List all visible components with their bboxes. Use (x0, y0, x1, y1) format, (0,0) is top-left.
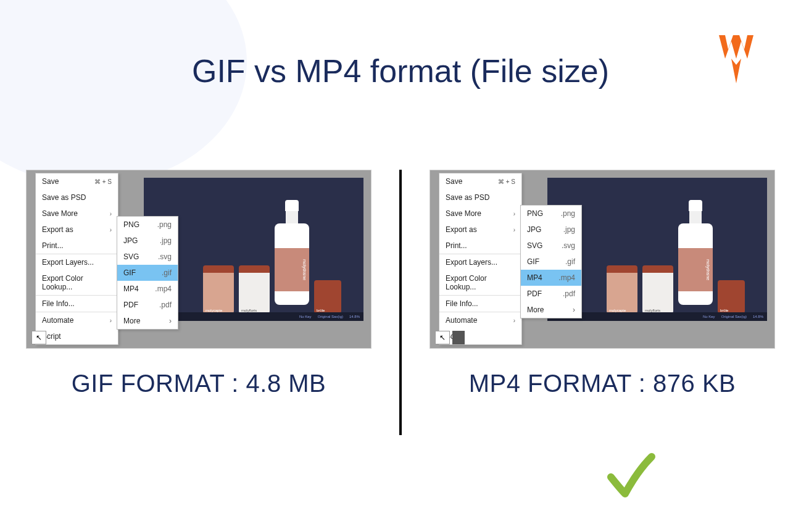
submenu-item-jpg[interactable]: JPG.jpg (521, 222, 581, 238)
chevron-right-icon: › (110, 227, 112, 233)
menu-save-psd[interactable]: Save as PSD (439, 189, 521, 206)
menu-export-layers[interactable]: Export Layers... (36, 254, 118, 270)
checkmark-icon (604, 449, 659, 507)
footer-text: 14.8% (753, 315, 763, 318)
gif-caption: GIF FORMAT : 4.8 MB (72, 370, 326, 397)
submenu-label: GIF (527, 257, 539, 266)
submenu-item-mp4[interactable]: MP4.mp4 (521, 270, 581, 286)
menu-label: Export Color Lookup... (42, 274, 112, 291)
submenu-item-png[interactable]: PNG.png (117, 217, 178, 233)
menu-label: Export as (446, 225, 477, 234)
cursor-tool-icon[interactable]: ↖ (435, 331, 450, 344)
mp4-panel: molycapte molyfloris molydraine brûle No… (430, 170, 775, 435)
menu-export-as[interactable]: Export as › (36, 222, 118, 238)
chevron-right-icon: › (110, 317, 112, 324)
product-jar-3: brûle (718, 280, 745, 315)
menu-label: Save as PSD (42, 193, 86, 202)
submenu-label: JPG (123, 236, 138, 245)
submenu-label: PDF (123, 301, 138, 309)
submenu-item-gif[interactable]: GIF.gif (521, 254, 581, 270)
submenu-ext: .gif (162, 268, 172, 277)
menu-export-lookup[interactable]: Export Color Lookup... (439, 270, 521, 295)
page-title: GIF vs MP4 format (File size) (0, 0, 801, 89)
menu-label: Save as PSD (446, 193, 489, 202)
secondary-tool-icon[interactable] (452, 331, 465, 344)
menu-script[interactable]: Script (439, 328, 521, 344)
shortcut-label: ⌘ + S (94, 178, 112, 185)
submenu-item-png[interactable]: PNG.png (521, 206, 581, 222)
export-submenu: PNG.pngJPG.jpgSVG.svgGIF.gifMP4.mp4PDF.p… (520, 205, 582, 318)
export-submenu: PNG.pngJPG.jpgSVG.svgGIF.gifMP4.mp4PDF.p… (117, 216, 178, 330)
menu-label: Export Layers... (446, 258, 497, 267)
gif-panel: molycapte molyfloris molydraine brûle No… (26, 170, 371, 435)
submenu-label: More (123, 317, 140, 325)
chevron-right-icon: › (513, 317, 515, 324)
submenu-item-more[interactable]: More› (117, 313, 178, 329)
submenu-item-pdf[interactable]: PDF.pdf (521, 286, 581, 302)
submenu-label: PNG (527, 209, 543, 218)
menu-save-psd[interactable]: Save as PSD (36, 189, 118, 206)
menu-automate[interactable]: Automate › (439, 312, 521, 328)
shortcut-label: ⌘ + S (498, 178, 515, 185)
menu-label: Print... (446, 241, 467, 250)
submenu-item-gif[interactable]: GIF.gif (117, 265, 178, 281)
menu-label: Print... (42, 241, 64, 250)
menu-file-info[interactable]: File Info... (439, 296, 521, 312)
chevron-right-icon: › (513, 210, 515, 217)
chevron-right-icon: › (110, 210, 112, 217)
submenu-label: MP4 (123, 285, 139, 293)
submenu-ext: .jpg (160, 236, 172, 245)
submenu-item-svg[interactable]: SVG.svg (117, 249, 178, 265)
footer-text: No Key (299, 315, 312, 318)
menu-label: Save More (446, 209, 481, 218)
gif-screenshot: molycapte molyfloris molydraine brûle No… (26, 170, 371, 349)
menu-print[interactable]: Print... (36, 238, 118, 254)
submenu-label: SVG (527, 241, 542, 250)
footer-text: No Key (703, 315, 715, 318)
menu-label: File Info... (42, 299, 75, 308)
menu-save[interactable]: Save ⌘ + S (439, 173, 521, 189)
submenu-label: SVG (123, 252, 139, 261)
submenu-ext: .jpg (563, 225, 575, 234)
submenu-item-mp4[interactable]: MP4.mp4 (117, 281, 178, 297)
mp4-caption: MP4 FORMAT : 876 KB (469, 370, 736, 397)
footer-text: Original Sax(ig) (318, 315, 343, 318)
product-jar-2: molyfloris (642, 265, 673, 315)
product-jar-2: molyfloris (239, 265, 270, 315)
menu-label: Export Layers... (42, 258, 94, 267)
submenu-label: JPG (527, 225, 541, 234)
product-bottle: molydraine (275, 200, 309, 305)
menu-automate[interactable]: Automate › (36, 312, 118, 328)
menu-save-more[interactable]: Save More › (439, 206, 521, 222)
bottle-label: molydraine (275, 248, 309, 291)
submenu-ext: .svg (562, 241, 575, 250)
menu-label: Save (42, 177, 59, 186)
menu-export-lookup[interactable]: Export Color Lookup... (36, 270, 118, 295)
menu-label: Save More (42, 209, 78, 218)
menu-save[interactable]: Save ⌘ + S (36, 173, 118, 189)
submenu-item-svg[interactable]: SVG.svg (521, 238, 581, 254)
submenu-ext: .png (561, 209, 575, 218)
menu-save-more[interactable]: Save More › (36, 206, 118, 222)
submenu-ext: .gif (565, 257, 575, 266)
menu-script[interactable]: Script (36, 328, 118, 344)
menu-label: Automate (446, 316, 477, 325)
footer-text: Original Sax(ig) (721, 315, 747, 318)
submenu-item-more[interactable]: More› (521, 302, 581, 318)
menu-export-layers[interactable]: Export Layers... (439, 254, 521, 270)
submenu-item-pdf[interactable]: PDF.pdf (117, 297, 178, 313)
submenu-label: GIF (123, 268, 136, 277)
cursor-tool-icon[interactable]: ↖ (31, 331, 46, 344)
menu-file-info[interactable]: File Info... (36, 296, 118, 312)
submenu-ext: .mp4 (155, 285, 172, 293)
menu-label: Export as (42, 225, 73, 234)
submenu-ext: .png (157, 220, 172, 229)
menu-print[interactable]: Print... (439, 238, 521, 254)
menu-label: Export Color Lookup... (446, 274, 515, 291)
menu-label: File Info... (446, 299, 478, 308)
submenu-ext: .pdf (563, 289, 575, 298)
submenu-ext: › (573, 305, 575, 314)
menu-label: Save (446, 177, 462, 186)
submenu-item-jpg[interactable]: JPG.jpg (117, 233, 178, 249)
menu-export-as[interactable]: Export as › (439, 222, 521, 238)
